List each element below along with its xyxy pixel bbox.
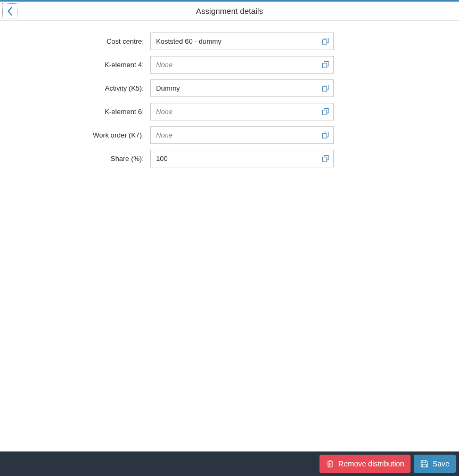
cost-centre-input[interactable]: [151, 33, 317, 50]
popup-icon: [322, 85, 329, 92]
form-row-work-order-k7: Work order (K7):: [0, 126, 459, 144]
k-element-6-lookup-button[interactable]: [317, 103, 333, 120]
cost-centre-label: Cost centre:: [0, 37, 150, 45]
save-label: Save: [432, 459, 449, 468]
work-order-k7-lookup-button[interactable]: [317, 127, 333, 143]
form-area: Cost centre: K-element 4: Activity (: [0, 21, 459, 451]
form-row-activity-k5: Activity (K5):: [0, 79, 459, 97]
share-input[interactable]: [151, 150, 317, 167]
k-element-6-input[interactable]: [151, 103, 317, 120]
popup-icon: [322, 38, 329, 45]
back-button[interactable]: [2, 3, 18, 19]
chevron-left-icon: [7, 6, 13, 16]
work-order-k7-input[interactable]: [151, 127, 317, 143]
remove-distribution-label: Remove distribution: [338, 459, 404, 468]
save-icon: [420, 459, 429, 468]
save-button[interactable]: Save: [414, 455, 456, 473]
k-element-6-input-wrapper: [150, 103, 334, 120]
svg-rect-5: [322, 87, 326, 91]
trash-icon: [326, 459, 334, 468]
activity-k5-lookup-button[interactable]: [317, 80, 333, 96]
share-lookup-button[interactable]: [317, 150, 333, 167]
k-element-4-input[interactable]: [151, 57, 317, 73]
share-input-wrapper: [150, 150, 334, 167]
form-row-k-element-4: K-element 4:: [0, 56, 459, 74]
activity-k5-input-wrapper: [150, 79, 334, 97]
header-bar: Assignment details: [0, 2, 459, 21]
k-element-6-label: K-element 6:: [0, 108, 150, 116]
activity-k5-input[interactable]: [151, 80, 317, 96]
k-element-4-lookup-button[interactable]: [317, 57, 333, 73]
svg-rect-11: [322, 157, 326, 162]
form-row-share: Share (%):: [0, 150, 459, 167]
work-order-k7-label: Work order (K7):: [0, 131, 150, 139]
form-row-k-element-6: K-element 6:: [0, 103, 459, 120]
svg-rect-7: [322, 110, 326, 115]
work-order-k7-input-wrapper: [150, 126, 334, 144]
footer-bar: Remove distribution Save: [0, 451, 459, 476]
page-title: Assignment details: [196, 6, 263, 15]
popup-icon: [322, 108, 329, 115]
svg-rect-1: [322, 40, 326, 44]
form-row-cost-centre: Cost centre:: [0, 33, 459, 50]
popup-icon: [322, 132, 329, 139]
share-label: Share (%):: [0, 155, 150, 163]
cost-centre-lookup-button[interactable]: [317, 33, 333, 50]
remove-distribution-button[interactable]: Remove distribution: [319, 455, 411, 473]
popup-icon: [322, 61, 329, 68]
k-element-4-label: K-element 4:: [0, 61, 150, 69]
svg-rect-3: [322, 63, 326, 68]
k-element-4-input-wrapper: [150, 56, 334, 74]
popup-icon: [322, 155, 329, 162]
activity-k5-label: Activity (K5):: [0, 84, 150, 92]
svg-rect-9: [322, 134, 326, 138]
cost-centre-input-wrapper: [150, 33, 334, 50]
